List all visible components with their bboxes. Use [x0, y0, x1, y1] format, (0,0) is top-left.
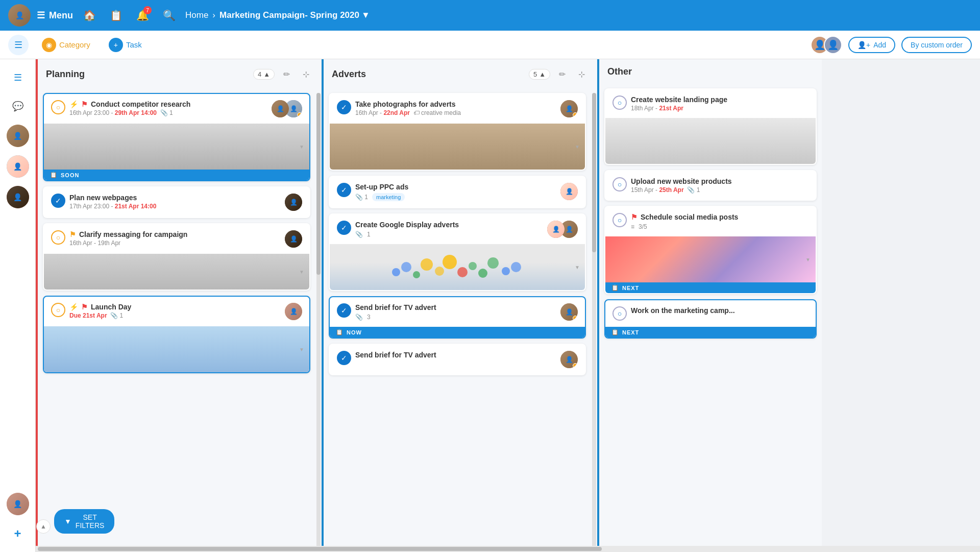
- tag-icon-a1: 🏷: [413, 109, 420, 116]
- planning-edit-button[interactable]: ✏: [279, 66, 294, 82]
- card-upload-products[interactable]: ○ Upload new website products 15th Apr -…: [604, 170, 817, 201]
- lightning-icon-4: ⚡: [69, 303, 78, 311]
- sidebar-avatar-3[interactable]: 👤: [7, 186, 29, 208]
- card-check-o4[interactable]: ○: [612, 306, 627, 321]
- horizontal-scrollbar[interactable]: [36, 546, 980, 552]
- user-avatar[interactable]: 👤: [8, 4, 31, 27]
- sidebar-avatar-2[interactable]: 👤: [7, 155, 29, 178]
- adverts-edit-button[interactable]: ✏: [554, 66, 570, 82]
- scroll-down-3[interactable]: ▼: [299, 269, 304, 275]
- campaign-breadcrumb[interactable]: Marketing Campaign- Spring 2020 ▼: [219, 10, 370, 20]
- card-thumbnail-o1: [605, 118, 816, 164]
- scroll-down-o3[interactable]: ▼: [805, 257, 811, 262]
- notes-button[interactable]: 📋: [106, 5, 126, 26]
- sidebar-avatar-4[interactable]: 👤: [7, 493, 29, 515]
- card-title-o1: Create website landing page: [631, 95, 727, 104]
- card-title-1: ⚡ ⚑ Conduct competitor research: [69, 100, 190, 108]
- card-check-o3[interactable]: ○: [612, 213, 627, 227]
- card-dates-4: Due 21st Apr 📎 1: [69, 312, 131, 319]
- adverts-title: Adverts: [332, 69, 525, 80]
- card-status-o3: 📋 NEXT: [605, 282, 816, 293]
- search-icon: 🔍: [163, 9, 176, 21]
- column-adverts: Adverts 5 ▲ ✏ ⊹ ✓: [322, 59, 597, 552]
- main-layout: ☰ 💬 👤 👤 👤 👤 + Planning 4 ▲ ✏ ⊹: [0, 59, 980, 552]
- card-website-landing[interactable]: ○ Create website landing page 18th Apr -…: [604, 88, 817, 165]
- card-check-a4[interactable]: ✓: [337, 303, 351, 318]
- svg-point-1: [401, 262, 411, 272]
- card-check-a3[interactable]: ✓: [337, 221, 351, 235]
- notifications-button[interactable]: 🔔 7: [132, 5, 153, 26]
- scroll-down-4[interactable]: ▼: [299, 347, 304, 352]
- breadcrumb: Home › Marketing Campaign- Spring 2020 ▼: [185, 10, 972, 20]
- card-check-a2[interactable]: ✓: [337, 183, 351, 197]
- card-conduct-competitor[interactable]: ○ ⚡ ⚑ Conduct competitor research: [43, 93, 310, 181]
- card-send-brief-tv-now[interactable]: ✓ Send brief for TV advert 📎 3: [329, 296, 586, 339]
- adverts-scrollbar[interactable]: [592, 93, 596, 548]
- top-nav: 👤 ☰ Menu 🏠 📋 🔔 7 🔍 Home › Marketing Camp…: [0, 0, 980, 31]
- chevron-up-icon: ▲: [263, 70, 270, 78]
- card-ppc-ads[interactable]: ✓ Set-up PPC ads 📎 1 marketing: [329, 176, 586, 208]
- order-button[interactable]: By custom order: [901, 37, 972, 53]
- user-avatar-2: 👤: [824, 36, 842, 54]
- sidebar-add-icon[interactable]: +: [8, 523, 28, 544]
- card-avatar-a3a: 👤: [547, 221, 565, 238]
- card-title-a4: Send brief for TV advert: [355, 303, 436, 311]
- card-check-3[interactable]: ○: [51, 230, 65, 245]
- task-icon: +: [109, 38, 123, 52]
- card-check-1[interactable]: ○: [51, 100, 65, 114]
- scroll-down-a1[interactable]: ▼: [575, 144, 580, 150]
- card-social-media[interactable]: ○ ⚑ Schedule social media posts ≡ 3/5: [604, 206, 817, 294]
- search-button[interactable]: 🔍: [159, 5, 179, 26]
- card-avatar-a2: 👤: [560, 183, 578, 200]
- scroll-down-1[interactable]: ▼: [299, 144, 304, 150]
- lightning-icon-1: ⚡: [69, 100, 78, 108]
- adverts-drag-button[interactable]: ⊹: [574, 66, 589, 82]
- category-label: Category: [59, 40, 90, 49]
- scroll-up-button[interactable]: ▲: [36, 519, 51, 534]
- card-status-o4: 📋 NEXT: [605, 327, 816, 338]
- card-avatar-2: 👤: [285, 194, 302, 211]
- card-status-a4: 📋 NOW: [330, 327, 585, 338]
- card-meta-o3: ≡ 3/5: [631, 223, 738, 230]
- sidebar-messages-icon[interactable]: 💬: [8, 96, 28, 116]
- card-thumbnail-a3: ▼: [330, 244, 585, 290]
- add-button[interactable]: 👤+ Add: [848, 37, 895, 53]
- card-thumbnail-1: ▼: [44, 124, 309, 170]
- card-take-photographs[interactable]: ✓ Take photographs for adverts 16th Apr …: [329, 93, 586, 171]
- planning-drag-button[interactable]: ⊹: [298, 66, 313, 82]
- svg-point-5: [443, 255, 457, 269]
- home-button[interactable]: 🏠: [79, 5, 100, 26]
- card-send-brief-tv-2[interactable]: ✓ Send brief for TV advert 👤: [329, 344, 586, 375]
- flag-icon-4: ⚑: [81, 303, 88, 311]
- category-button[interactable]: ◉ Category: [37, 35, 95, 55]
- planning-scrollbar[interactable]: [316, 93, 321, 548]
- card-check-4[interactable]: ○: [51, 303, 65, 317]
- card-check-a5[interactable]: ✓: [337, 351, 351, 365]
- task-button[interactable]: + Task: [104, 35, 147, 55]
- svg-point-9: [487, 257, 499, 269]
- notifications-badge: 7: [143, 6, 152, 14]
- card-check-a1[interactable]: ✓: [337, 100, 351, 114]
- sidebar-views-icon[interactable]: ☰: [8, 35, 29, 55]
- card-work-marketing[interactable]: ○ Work on the marketing camp... 📋 NEXT: [604, 299, 817, 339]
- svg-point-6: [457, 267, 468, 277]
- card-clarify-messaging[interactable]: ○ ⚑ Clarify messaging for campaign 16th …: [43, 223, 310, 291]
- task-label: Task: [126, 40, 142, 49]
- sidebar-lists-icon[interactable]: ☰: [8, 67, 28, 88]
- card-avatar-a1: 👤: [560, 100, 578, 117]
- card-launch-day[interactable]: ○ ⚡ ⚑ Launch Day Due 21st Apr: [43, 296, 310, 373]
- filter-button[interactable]: ▼ SET FILTERS: [54, 509, 114, 534]
- card-google-display[interactable]: ✓ Create Google Display adverts 📎 1: [329, 213, 586, 291]
- sidebar-avatar-1[interactable]: 👤: [7, 125, 29, 147]
- card-check-o2[interactable]: ○: [612, 177, 627, 191]
- card-plan-webpages[interactable]: ✓ Plan new webpages 17th Apr 23:00 - 21s…: [43, 186, 310, 218]
- svg-point-3: [421, 258, 433, 271]
- scroll-down-a3[interactable]: ▼: [575, 265, 580, 270]
- status-icon-a4: 📋: [336, 329, 344, 335]
- menu-button[interactable]: ☰ Menu: [37, 10, 73, 21]
- adverts-chevron-up: ▲: [539, 70, 546, 78]
- sub-nav-right: 👤 👤 👤+ Add By custom order: [811, 36, 972, 54]
- card-check-o1[interactable]: ○: [612, 95, 627, 110]
- card-check-2[interactable]: ✓: [51, 194, 65, 208]
- home-breadcrumb[interactable]: Home: [185, 10, 208, 20]
